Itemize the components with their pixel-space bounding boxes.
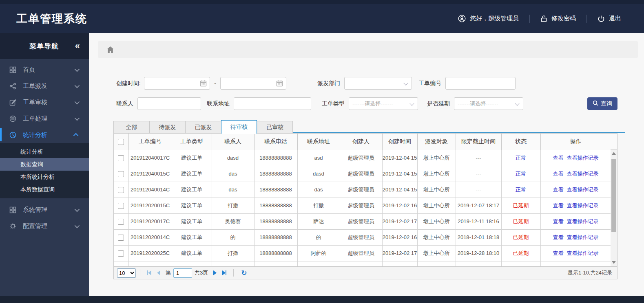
- submenu-item-data-query[interactable]: 数据查询: [0, 158, 89, 171]
- sidebar-item-review[interactable]: 工单审核: [0, 94, 89, 110]
- row-checkbox[interactable]: [118, 155, 124, 161]
- cell-creator: 超级管理员: [340, 245, 382, 261]
- cell-creator: [340, 261, 382, 266]
- row-checkbox[interactable]: [118, 235, 124, 241]
- cell-type: 建议工单: [172, 213, 212, 229]
- calendar-icon[interactable]: [200, 80, 207, 88]
- search-button[interactable]: 查询: [587, 97, 617, 110]
- main-content: 创建时间: - 派发部门 工单编号 联系人 联系地址 工单类型 是否延期: [89, 33, 644, 296]
- status-badge: 已延期: [513, 218, 529, 224]
- cell-deadline: 2019-12-11 18:16: [456, 213, 501, 229]
- cell-phone: [254, 261, 297, 266]
- submenu-item-local-data-query[interactable]: 本所数据查询: [0, 183, 89, 196]
- address-input[interactable]: [234, 97, 311, 110]
- sidebar-item-system[interactable]: 系统管理: [0, 202, 89, 218]
- first-page-button[interactable]: [147, 270, 151, 275]
- cell-address: 的: [297, 229, 340, 245]
- page-number-input[interactable]: [173, 268, 192, 278]
- tab-all[interactable]: 全部: [113, 121, 149, 133]
- change-password-button[interactable]: 修改密码: [530, 15, 586, 22]
- pie-chart-icon: [9, 131, 16, 138]
- cell-phone: 18888888888: [254, 198, 297, 213]
- view-log-link[interactable]: 查看操作记录: [567, 218, 599, 224]
- delay-select[interactable]: [454, 97, 523, 110]
- sidebar-item-label: 工单处理: [23, 115, 47, 123]
- database-icon: [9, 115, 16, 122]
- cell-contact: [212, 261, 254, 266]
- row-checkbox[interactable]: [118, 219, 124, 225]
- contact-label: 联系人: [116, 100, 133, 108]
- submenu-item-local-statistics[interactable]: 本所统计分析: [0, 171, 89, 183]
- logout-button[interactable]: 退出: [587, 15, 632, 22]
- view-log-link[interactable]: 查看操作记录: [567, 187, 599, 193]
- app-header: 工单管理系统 您好，超级管理员 修改密码 退出: [0, 0, 644, 33]
- create-time-label: 创建时间:: [116, 80, 141, 87]
- view-link[interactable]: 查看: [553, 155, 564, 161]
- cell-contact: 的: [212, 229, 254, 245]
- scroll-up-icon[interactable]: [612, 152, 616, 155]
- search-button-label: 查询: [601, 100, 612, 108]
- refresh-icon[interactable]: ↻: [241, 269, 247, 277]
- view-log-link[interactable]: 查看操作记录: [567, 202, 599, 209]
- logout-label: 退出: [609, 15, 621, 22]
- cell-target: 墩上中心所: [417, 150, 456, 166]
- view-log-link[interactable]: 查看操作记录: [567, 155, 599, 161]
- prev-page-button[interactable]: [157, 270, 160, 275]
- scroll-down-icon[interactable]: [612, 261, 616, 264]
- row-checkbox[interactable]: [118, 203, 124, 209]
- lock-icon: [540, 15, 547, 22]
- cell-type: 建议工单: [172, 245, 212, 261]
- cell-creator: 超级管理员: [340, 182, 382, 198]
- home-icon[interactable]: [107, 46, 114, 53]
- cell-phone: 18888888888: [254, 182, 297, 198]
- submenu-item-label: 本所数据查询: [20, 186, 55, 193]
- cell-target: 墩上中心所: [417, 166, 456, 182]
- view-link[interactable]: 查看: [553, 171, 564, 177]
- chevron-up-icon: [73, 133, 79, 138]
- tab-pending-dispatch[interactable]: 待派发: [149, 121, 185, 133]
- collapse-sidebar-icon[interactable]: «: [75, 42, 80, 50]
- view-link[interactable]: 查看: [553, 202, 564, 209]
- next-page-button[interactable]: [213, 270, 217, 275]
- dispatch-dept-select[interactable]: [344, 77, 412, 90]
- col-order-no: 工单编号: [128, 134, 172, 150]
- contact-input[interactable]: [137, 97, 201, 110]
- chevron-down-icon: [75, 66, 80, 72]
- calendar-icon[interactable]: [276, 80, 283, 88]
- table-row: 201912020017C 建议工单 奥德赛 18888888888 萨达 超级…: [114, 213, 611, 229]
- scrollbar-track[interactable]: [611, 149, 617, 266]
- view-log-link[interactable]: 查看操作记录: [567, 250, 599, 256]
- sidebar-item-statistics[interactable]: 统计分析: [0, 127, 89, 143]
- table-row: 201912040015C 建议工单 das 18888888888 dasd …: [114, 166, 611, 182]
- cell-deadline: 2019-12-28 18:10: [456, 245, 501, 261]
- view-link[interactable]: 查看: [553, 218, 564, 224]
- sidebar-item-dispatch[interactable]: 工单派发: [0, 78, 89, 94]
- user-greeting[interactable]: 您好，超级管理员: [447, 15, 529, 22]
- last-page-button[interactable]: [222, 270, 226, 275]
- sidebar: 菜单导航 « 首页 工单派发 工单审核 工单处理 统计分析: [0, 33, 89, 303]
- cell-created: 2019-12-04 15: [382, 150, 417, 166]
- row-checkbox[interactable]: [118, 187, 124, 193]
- page-size-select[interactable]: 10: [117, 268, 136, 278]
- view-log-link[interactable]: 查看操作记录: [567, 171, 599, 177]
- view-link[interactable]: 查看: [553, 187, 564, 193]
- order-no-input[interactable]: [445, 77, 516, 90]
- sidebar-item-process[interactable]: 工单处理: [0, 110, 89, 127]
- table-row: 201912020015C 建议工单 打撒 18888888888 打撒 超级管…: [114, 198, 611, 213]
- view-link[interactable]: 查看: [553, 234, 564, 240]
- scrollbar-thumb[interactable]: [611, 159, 616, 232]
- order-type-select[interactable]: [349, 97, 418, 110]
- view-log-link[interactable]: 查看操作记录: [567, 234, 599, 240]
- row-checkbox[interactable]: [118, 171, 124, 177]
- tab-reviewed[interactable]: 已审核: [257, 121, 293, 133]
- tab-pending-review[interactable]: 待审核: [221, 120, 257, 134]
- col-contact: 联系人: [212, 134, 254, 150]
- select-all-checkbox[interactable]: [118, 139, 124, 145]
- row-checkbox[interactable]: [118, 250, 124, 257]
- status-badge: 正常: [516, 155, 526, 161]
- tab-dispatched[interactable]: 已派发: [185, 121, 221, 133]
- sidebar-item-config[interactable]: 配置管理: [0, 218, 89, 234]
- view-link[interactable]: 查看: [553, 250, 564, 256]
- sidebar-item-home[interactable]: 首页: [0, 61, 89, 78]
- submenu-item-statistics[interactable]: 统计分析: [0, 145, 89, 158]
